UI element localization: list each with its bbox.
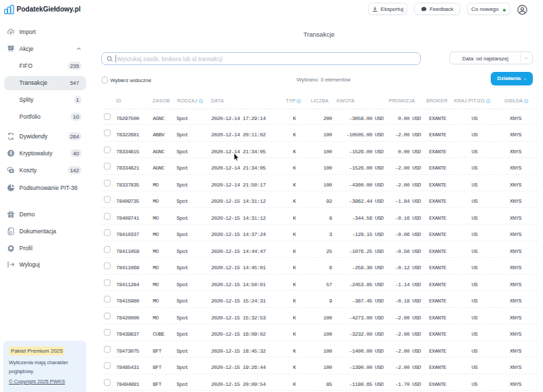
svg-text:$: $: [10, 151, 12, 156]
